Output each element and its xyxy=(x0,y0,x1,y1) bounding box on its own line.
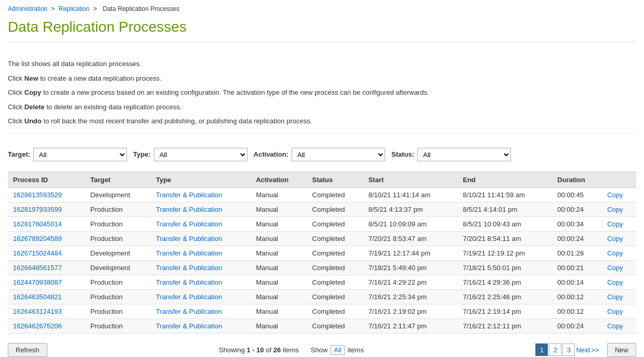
table-cell: 7/16/21 2:19:02 pm xyxy=(363,304,458,318)
col-header-activation: Activation xyxy=(251,172,307,187)
filter-type-group: Type: All xyxy=(133,148,247,161)
showing-range: 1 - 10 xyxy=(247,346,264,354)
type-link[interactable]: Transfer & Publication xyxy=(156,322,222,330)
table-cell: Production xyxy=(85,275,151,289)
table-cell: Completed xyxy=(307,231,363,246)
breadcrumb-admin-link[interactable]: Administration xyxy=(8,5,47,12)
table-cell: Development xyxy=(85,246,151,260)
filter-activation-label: Activation: xyxy=(254,150,288,158)
table-cell: Development xyxy=(85,187,151,202)
copy-link[interactable]: Copy xyxy=(607,264,623,272)
col-header-status: Status xyxy=(307,172,363,187)
copy-link[interactable]: Copy xyxy=(607,191,623,199)
table-cell: 7/18/21 5:50:01 pm xyxy=(458,260,553,275)
table-cell: Completed xyxy=(307,318,363,333)
filter-bar: Target: All Development Production Type:… xyxy=(8,144,636,165)
process-id-link[interactable]: 1626648561577 xyxy=(13,264,62,272)
copy-link[interactable]: Copy xyxy=(607,322,623,330)
refresh-button[interactable]: Refresh xyxy=(8,343,47,357)
items-label: items xyxy=(348,346,364,354)
table-cell: Production xyxy=(85,202,151,216)
copy-link[interactable]: Copy xyxy=(607,220,623,228)
table-cell: 7/16/21 2:25:34 pm xyxy=(363,289,458,304)
table-cell: 7/16/21 2:19:14 pm xyxy=(458,304,553,318)
filter-type-label: Type: xyxy=(133,150,151,158)
process-id-link[interactable]: 1628197933599 xyxy=(13,206,62,213)
process-id-link[interactable]: 1626462675206 xyxy=(13,322,62,330)
table-cell: Manual xyxy=(251,231,307,246)
table-cell: Production xyxy=(85,318,151,333)
type-link[interactable]: Transfer & Publication xyxy=(156,235,222,243)
pagination: 1 2 3 Next >> xyxy=(535,343,599,356)
show-all-link[interactable]: All xyxy=(331,345,344,355)
table-cell: 8/10/21 11:41:59 am xyxy=(458,187,553,202)
table-cell: Manual xyxy=(251,187,307,202)
table-cell: 00:00:34 xyxy=(552,216,602,231)
process-id-link[interactable]: 1628613593529 xyxy=(13,191,62,199)
filter-activation-select[interactable]: All Manual Automatic xyxy=(292,148,385,161)
page-next-link[interactable]: Next >> xyxy=(576,346,599,354)
process-id-link[interactable]: 1626463504821 xyxy=(13,293,62,301)
table-cell: Completed xyxy=(307,216,363,231)
table-cell: 8/5/21 10:09:43 am xyxy=(458,216,553,231)
info-line4: Click Delete to delete an existing data … xyxy=(8,102,636,112)
table-cell: Development xyxy=(85,260,151,275)
col-header-end: End xyxy=(458,172,553,187)
process-id-link[interactable]: 1626715024484 xyxy=(13,249,62,257)
new-button[interactable]: New xyxy=(607,343,636,357)
page-1[interactable]: 1 xyxy=(535,343,548,356)
page-3[interactable]: 3 xyxy=(562,343,575,356)
type-link[interactable]: Transfer & Publication xyxy=(156,220,222,228)
copy-link[interactable]: Copy xyxy=(607,308,623,315)
table-cell: 7/18/21 5:49:40 pm xyxy=(363,260,458,275)
table-cell: Completed xyxy=(307,202,363,216)
process-id-link[interactable]: 1626789204589 xyxy=(13,235,62,243)
breadcrumb-sep2: > xyxy=(93,5,98,12)
copy-link[interactable]: Copy xyxy=(607,293,623,301)
type-link[interactable]: Transfer & Publication xyxy=(156,264,222,272)
table-cell: Manual xyxy=(251,275,307,289)
copy-link[interactable]: Copy xyxy=(607,235,623,243)
copy-link[interactable]: Copy xyxy=(607,249,623,257)
page-2[interactable]: 2 xyxy=(549,343,561,356)
type-link[interactable]: Transfer & Publication xyxy=(156,308,222,315)
table-cell: Completed xyxy=(307,304,363,318)
table-cell: 00:00:12 xyxy=(552,304,602,318)
table-cell: Production xyxy=(85,216,151,231)
type-link[interactable]: Transfer & Publication xyxy=(156,293,222,301)
filter-status-select[interactable]: All Completed Failed Running xyxy=(417,148,511,161)
filter-status-label: Status: xyxy=(391,150,414,158)
type-link[interactable]: Transfer & Publication xyxy=(156,206,222,213)
info-line2: Click New to create a new data replicati… xyxy=(8,73,636,84)
col-header-target: Target xyxy=(85,172,151,187)
table-cell: 00:00:12 xyxy=(552,289,602,304)
type-link[interactable]: Transfer & Publication xyxy=(156,249,222,257)
filter-target-select[interactable]: All Development Production xyxy=(33,148,127,161)
table-cell: Production xyxy=(85,304,151,318)
type-link[interactable]: Transfer & Publication xyxy=(156,278,222,286)
page-wrapper: Administration > Replication > Data Repl… xyxy=(0,0,644,357)
table-cell: Completed xyxy=(307,246,363,260)
table-cell: Completed xyxy=(307,289,363,304)
breadcrumb-current: Data Replication Processes xyxy=(103,5,179,12)
process-id-link[interactable]: 1624470938087 xyxy=(13,278,62,286)
info-section: The list shows all data replication proc… xyxy=(8,53,636,133)
table-cell: Manual xyxy=(251,202,307,216)
process-id-link[interactable]: 1626463124193 xyxy=(13,308,62,315)
breadcrumb-sep1: > xyxy=(51,5,56,12)
table-cell: Production xyxy=(85,231,151,246)
breadcrumb-replication-link[interactable]: Replication xyxy=(59,5,89,12)
table-cell: Completed xyxy=(307,187,363,202)
table-cell: 7/20/21 8:53:47 am xyxy=(363,231,458,246)
copy-link[interactable]: Copy xyxy=(607,206,623,213)
col-header-type: Type xyxy=(151,172,251,187)
copy-link[interactable]: Copy xyxy=(607,278,623,286)
col-header-duration: Duration xyxy=(552,172,602,187)
filter-type-select[interactable]: All xyxy=(154,148,247,161)
type-link[interactable]: Transfer & Publication xyxy=(156,191,222,199)
table-row: 1626715024484DevelopmentTransfer & Publi… xyxy=(8,246,636,260)
process-id-link[interactable]: 1628176045014 xyxy=(13,220,62,228)
footer-center: Showing 1 - 10 of 26 items Show All item… xyxy=(219,345,364,355)
table-row: 1628176045014ProductionTransfer & Public… xyxy=(8,216,636,231)
table-cell: 00:00:14 xyxy=(552,275,602,289)
